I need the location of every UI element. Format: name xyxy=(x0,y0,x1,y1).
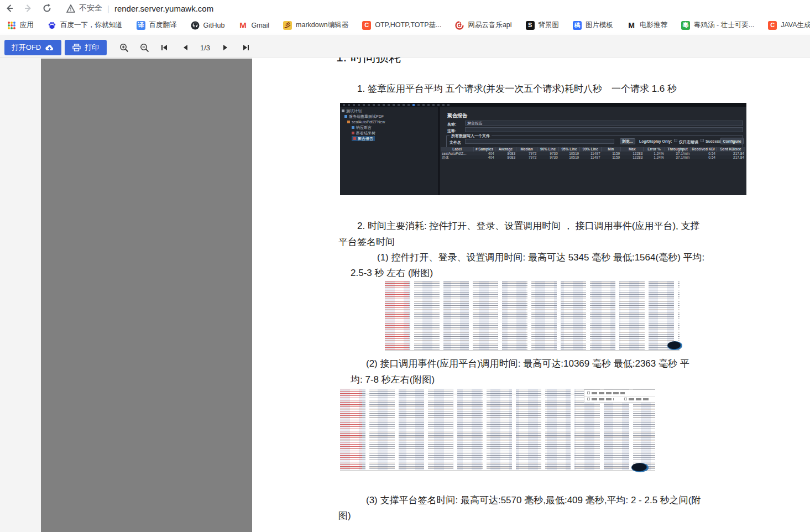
jmeter-tree-item[interactable]: 察看结果树 xyxy=(352,131,375,135)
browser-navbar: 不安全 | render.server.yumawk.com xyxy=(0,0,810,17)
jmeter-column-header: Sent KB/sec xyxy=(717,147,745,152)
bookmark-item[interactable]: 应用 xyxy=(3,19,38,32)
log2-checkbox-2 xyxy=(587,398,590,400)
jmeter-right-panel: 聚合报告 名称: 聚合报告 注释: 所有数据写入一个文件 文件名 浏览... L… xyxy=(440,107,746,195)
bookmark-label: 电影推荐 xyxy=(640,20,667,30)
jmeter-tree-item[interactable]: 响应断言 xyxy=(352,125,372,130)
doc-para1: 1. 签章应用平台平均 五个请求(并发一次五个请求)耗时八秒 一个请求 1.6 … xyxy=(357,82,677,95)
address-bar[interactable]: 不安全 | render.server.yumawk.com xyxy=(61,3,213,13)
bookmark-label: 毒鸡汤 - 壮士可要... xyxy=(694,20,754,30)
next-page-icon[interactable] xyxy=(218,40,233,55)
cloud-upload-icon xyxy=(45,44,54,51)
bookmark-item[interactable]: 稿图片模板 xyxy=(569,19,617,32)
jmeter-successes-checkbox[interactable] xyxy=(701,139,704,142)
bookmark-item[interactable]: 百度一下，你就知道 xyxy=(44,19,127,32)
jmeter-errors-checkbox-label: 仅日志错误 xyxy=(679,139,698,145)
jmeter-column-header: Min xyxy=(602,147,621,152)
bookmark-item[interactable]: GitHub xyxy=(187,19,229,32)
back-icon[interactable] xyxy=(0,1,19,16)
jmeter-table-cell: 9730 xyxy=(537,155,558,159)
jmeter-name-label: 名称: xyxy=(447,122,456,127)
m-text-icon: M xyxy=(627,21,636,30)
bookmark-item[interactable]: MGmail xyxy=(234,19,273,32)
jmeter-file-group-label: 所有数据写入一个文件 xyxy=(450,133,492,139)
jmeter-column-header: # Samples xyxy=(474,147,495,152)
jmeter-table-cell: 217.84 xyxy=(717,152,745,155)
jmeter-table-cell: 0.54 xyxy=(691,155,717,159)
jmeter-screenshot: 测试计划服务端盖章测试PDFsealAutoPdfZFNew响应断言察看结果树聚… xyxy=(340,103,746,195)
jmeter-name-field[interactable]: 聚合报告 xyxy=(465,121,743,126)
bookmark-label: 百度一下，你就知道 xyxy=(60,20,123,30)
jmeter-tree-item[interactable]: 服务端盖章测试PDF xyxy=(344,114,384,119)
log2-panel-row2 xyxy=(587,398,614,400)
printer-icon xyxy=(72,44,81,51)
tree-node-label: 察看结果树 xyxy=(356,131,375,136)
prev-page-icon[interactable] xyxy=(177,40,193,55)
tree-node-label: 响应断言 xyxy=(356,125,372,131)
log1-timestamp-column xyxy=(385,281,409,351)
bookmark-item[interactable]: 网易云音乐api xyxy=(451,19,515,32)
tree-node-label: 服务端盖章测试PDF xyxy=(349,114,384,119)
baidu-paw-icon xyxy=(48,21,56,30)
glyph-icon: C xyxy=(362,21,371,30)
jmeter-table-cell: 1159 xyxy=(602,152,621,155)
print-button[interactable]: 打印 xyxy=(65,40,107,55)
apps-grid-icon xyxy=(7,21,16,30)
jmeter-tree-item[interactable]: 测试计划 xyxy=(342,108,362,113)
open-ofd-button[interactable]: 打开OFD xyxy=(4,40,61,55)
jmeter-table-cell: 12283 xyxy=(621,152,644,155)
bookmark-item[interactable]: M电影推荐 xyxy=(623,19,671,32)
glyph-icon: 彡 xyxy=(283,21,292,30)
doc-para2-line2: 平台签名时间 xyxy=(338,236,395,248)
bookmark-item[interactable]: 译百度翻译 xyxy=(133,19,181,32)
bookmark-label: 百度翻译 xyxy=(149,20,177,30)
glyph-icon: S xyxy=(526,21,535,30)
jmeter-column-header: Received KB/ xyxy=(691,147,717,152)
glyph-icon: 毒 xyxy=(681,21,690,30)
jmeter-errors-checkbox[interactable] xyxy=(674,139,677,142)
log2-timestamp-column xyxy=(340,389,362,471)
first-page-icon[interactable] xyxy=(156,40,172,55)
bookmark-item[interactable]: S背景图 xyxy=(522,19,563,32)
jmeter-column-header: Label xyxy=(441,147,474,152)
zoom-out-icon[interactable] xyxy=(137,40,152,55)
forward-icon[interactable] xyxy=(19,1,38,16)
tree-node-icon xyxy=(347,121,350,123)
bookmark-label: Gmail xyxy=(251,22,269,29)
zoom-in-icon[interactable] xyxy=(116,40,132,55)
jmeter-log-display-label: Log/Display Only: xyxy=(639,139,672,143)
bookmark-label: 网易云音乐api xyxy=(468,20,511,30)
bookmark-label: JAVA生成椭圆形签... xyxy=(781,20,810,30)
netease-icon xyxy=(455,21,464,30)
jmeter-comment-field[interactable] xyxy=(465,127,743,132)
bookmark-item[interactable]: COTP,HOTP,TOTP基... xyxy=(358,19,445,32)
bookmark-item[interactable]: 彡markdown编辑器 xyxy=(279,19,352,32)
jmeter-table-cell: 8083 xyxy=(495,155,516,159)
doc-item2-line2: 均: 7-8 秒左右(附图) xyxy=(351,373,435,386)
reload-icon[interactable] xyxy=(38,1,56,16)
jmeter-tree-item[interactable]: 聚合报告 xyxy=(352,136,375,141)
glyph-icon: 稿 xyxy=(573,21,582,30)
jmeter-table-cell: 0.54 xyxy=(691,152,717,155)
open-ofd-label: 打开OFD xyxy=(12,43,41,53)
jmeter-table-cell: 12283 xyxy=(621,155,644,159)
jmeter-table-cell: 7972 xyxy=(516,155,537,159)
cursor-blob-2 xyxy=(631,463,649,472)
jmeter-tree-item[interactable]: sealAutoPdfZFNew xyxy=(347,119,385,124)
gmail-m-icon: M xyxy=(238,21,247,30)
glyph-icon: 译 xyxy=(137,21,145,30)
jmeter-table-body: sealAutoPdfZ...4048083797297301051911497… xyxy=(441,152,745,159)
tree-node-label: 聚合报告 xyxy=(358,136,373,142)
bookmark-item[interactable]: CJAVA生成椭圆形签... xyxy=(764,19,810,32)
url-separator: | xyxy=(107,4,109,13)
bookmark-item[interactable]: 毒毒鸡汤 - 壮士可要... xyxy=(677,19,758,32)
jmeter-filename-field[interactable] xyxy=(465,139,614,144)
jmeter-results-table: Label# SamplesAverageMedian90% Line95% L… xyxy=(441,147,745,159)
jmeter-browse-button[interactable]: 浏览... xyxy=(620,138,635,144)
jmeter-filename-label: 文件名 xyxy=(450,140,461,145)
jmeter-configure-button[interactable]: Configure xyxy=(720,138,744,144)
bookmark-label: 背景图 xyxy=(539,20,560,30)
jmeter-table-cell: 1.24% xyxy=(644,152,665,155)
jmeter-column-header: Error % xyxy=(644,147,665,152)
last-page-icon[interactable] xyxy=(238,40,254,55)
